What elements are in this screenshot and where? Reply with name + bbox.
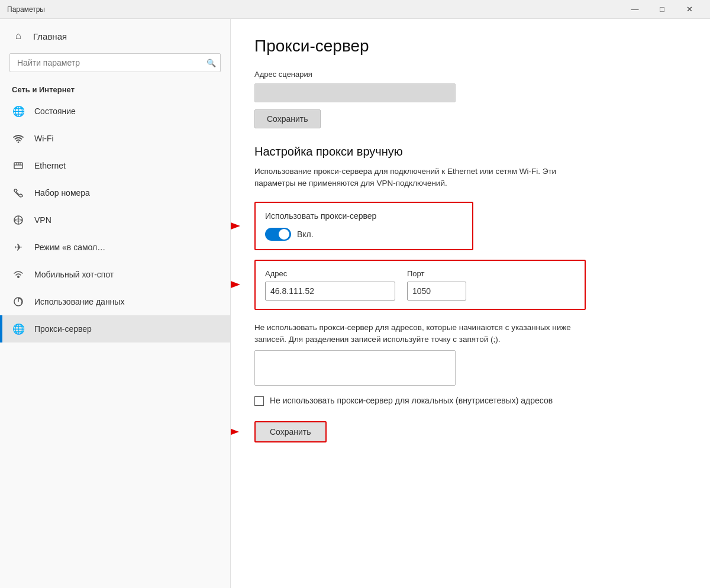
sidebar-item-datausage[interactable]: Использование данных xyxy=(0,288,230,315)
hotspot-icon xyxy=(12,268,25,281)
sidebar-item-wifi[interactable]: Wi-Fi xyxy=(0,125,230,152)
svg-point-0 xyxy=(18,141,20,143)
manual-section-title: Настройка прокси вручную xyxy=(254,145,686,159)
addr-port-section: Адрес Порт 6 xyxy=(254,260,586,310)
close-button[interactable]: ✕ xyxy=(676,0,703,19)
proxy-icon: 🌐 xyxy=(12,322,25,335)
wifi-icon xyxy=(12,132,25,145)
app-body: ⌂ Главная 🔍 Сеть и Интернет 🌐 Состояние … xyxy=(0,19,710,588)
checkbox-label: Не использовать прокси-сервер для локаль… xyxy=(270,395,553,407)
status-icon: 🌐 xyxy=(12,105,25,118)
exclusion-description: Не использовать прокси-сервер для адресо… xyxy=(254,322,586,346)
titlebar: Параметры — □ ✕ xyxy=(0,0,710,19)
datausage-icon xyxy=(12,295,25,308)
sidebar-item-label: Прокси-сервер xyxy=(34,324,92,334)
sidebar-search-container: 🔍 xyxy=(9,53,221,72)
manual-description: Использование прокси-сервера для подключ… xyxy=(254,166,586,190)
dial-icon xyxy=(12,186,25,199)
page-title: Прокси-сервер xyxy=(254,37,686,56)
address-group: Адрес xyxy=(265,269,395,301)
local-bypass-checkbox[interactable] xyxy=(254,396,264,406)
vpn-icon xyxy=(12,214,25,227)
arrow-6 xyxy=(231,279,243,290)
sidebar-item-label: Набор номера xyxy=(34,188,90,198)
sidebar-item-label: Состояние xyxy=(34,106,76,116)
sidebar-item-status[interactable]: 🌐 Состояние xyxy=(0,98,230,125)
toggle-label: Использовать прокси-сервер xyxy=(265,211,463,221)
save-row: Сохранить 7 xyxy=(254,421,327,442)
port-group: Порт xyxy=(407,269,466,301)
minimize-button[interactable]: — xyxy=(621,0,648,19)
main-content: Прокси-сервер Адрес сценария Сохранить Н… xyxy=(231,19,710,588)
toggle-row: Вкл. xyxy=(265,228,463,241)
sidebar-item-label: Мобильный хот-спот xyxy=(34,270,114,279)
toggle-state-text: Вкл. xyxy=(297,230,314,239)
checkbox-row: Не использовать прокси-сервер для локаль… xyxy=(254,395,586,407)
airplane-icon: ✈ xyxy=(12,241,25,254)
sidebar-item-hotspot[interactable]: Мобильный хот-спот xyxy=(0,261,230,288)
sidebar-item-airplane[interactable]: ✈ Режим «в самол… xyxy=(0,234,230,261)
addr-port-row: Адрес Порт xyxy=(265,269,575,301)
save-manual-button[interactable]: Сохранить xyxy=(254,421,327,442)
app-title: Параметры xyxy=(7,5,45,14)
sidebar-home-label: Главная xyxy=(33,31,67,41)
address-label: Адрес xyxy=(265,269,395,278)
sidebar-section-title: Сеть и Интернет xyxy=(0,79,230,98)
scenario-label: Адрес сценария xyxy=(254,70,686,79)
toggle-section: Использовать прокси-сервер Вкл. 5 xyxy=(254,202,473,250)
arrow-7 xyxy=(231,426,241,438)
sidebar-item-label: Режим «в самол… xyxy=(34,243,105,252)
ethernet-icon xyxy=(12,159,25,172)
search-icon: 🔍 xyxy=(206,59,216,67)
window-controls: — □ ✕ xyxy=(621,0,703,19)
sidebar-item-label: Использование данных xyxy=(34,297,124,306)
sidebar-item-ethernet[interactable]: Ethernet xyxy=(0,152,230,179)
sidebar-item-label: Wi-Fi xyxy=(34,134,54,143)
sidebar-item-vpn[interactable]: VPN xyxy=(0,206,230,234)
maximize-button[interactable]: □ xyxy=(648,0,676,19)
search-input[interactable] xyxy=(9,53,221,72)
port-label: Порт xyxy=(407,269,466,278)
home-icon: ⌂ xyxy=(12,30,25,43)
save-scenario-button[interactable]: Сохранить xyxy=(254,109,321,128)
exclusion-textarea[interactable] xyxy=(254,350,456,386)
svg-point-8 xyxy=(17,276,20,278)
sidebar-item-label: Ethernet xyxy=(34,161,66,170)
sidebar-item-label: VPN xyxy=(34,215,51,225)
sidebar: ⌂ Главная 🔍 Сеть и Интернет 🌐 Состояние … xyxy=(0,19,231,588)
scenario-address-input[interactable] xyxy=(254,83,456,102)
sidebar-item-home[interactable]: ⌂ Главная xyxy=(0,19,230,53)
proxy-toggle[interactable] xyxy=(265,228,291,241)
port-input[interactable] xyxy=(407,282,466,301)
sidebar-item-proxy[interactable]: 🌐 Прокси-сервер xyxy=(0,315,230,343)
arrow-5 xyxy=(231,220,243,232)
sidebar-item-dial[interactable]: Набор номера xyxy=(0,179,230,206)
address-input[interactable] xyxy=(265,282,395,301)
